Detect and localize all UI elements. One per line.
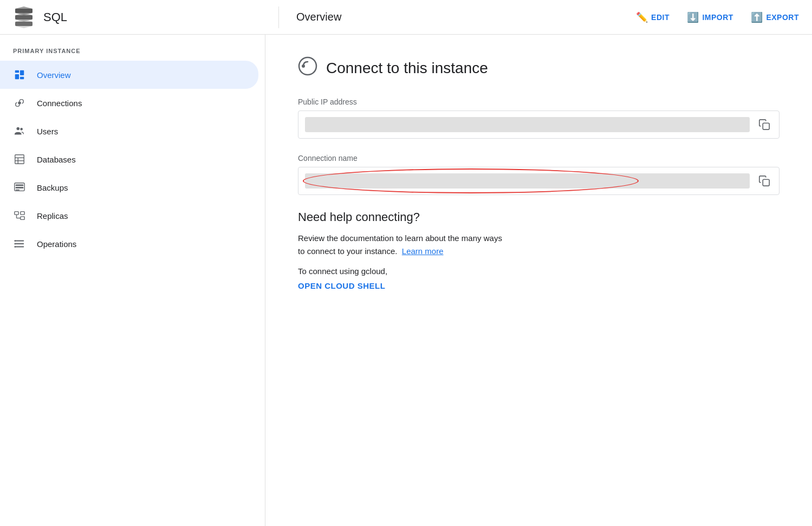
svg-rect-13 bbox=[15, 155, 24, 164]
import-icon: ⬇️ bbox=[687, 11, 699, 23]
operations-icon bbox=[13, 237, 26, 250]
header-actions: Overview ✏️ EDIT ⬇️ IMPORT ⬆️ EXPORT bbox=[296, 11, 799, 23]
main-layout: PRIMARY INSTANCE Overview Connections bbox=[0, 35, 812, 526]
sidebar-item-label-replicas: Replicas bbox=[37, 211, 68, 220]
connection-name-label: Connection name bbox=[298, 154, 779, 163]
svg-rect-6 bbox=[15, 70, 19, 73]
connection-name-field-row bbox=[298, 167, 779, 195]
edit-button[interactable]: ✏️ EDIT bbox=[636, 11, 670, 23]
public-ip-copy-button[interactable] bbox=[756, 116, 772, 133]
learn-more-link[interactable]: Learn more bbox=[402, 246, 444, 256]
svg-point-32 bbox=[299, 57, 316, 75]
connection-name-value bbox=[305, 173, 750, 189]
svg-rect-34 bbox=[763, 123, 769, 129]
backups-icon bbox=[13, 181, 26, 194]
export-button[interactable]: ⬆️ EXPORT bbox=[751, 11, 799, 23]
sidebar-item-label-operations: Operations bbox=[37, 239, 76, 249]
svg-rect-21 bbox=[15, 212, 18, 215]
connections-icon bbox=[13, 96, 26, 109]
svg-rect-18 bbox=[16, 185, 24, 186]
svg-rect-35 bbox=[763, 179, 769, 186]
sidebar-section-label: PRIMARY INSTANCE bbox=[0, 48, 265, 61]
sidebar: PRIMARY INSTANCE Overview Connections bbox=[0, 35, 265, 526]
public-ip-field-row bbox=[298, 111, 779, 139]
import-button[interactable]: ⬇️ IMPORT bbox=[687, 11, 733, 23]
sidebar-item-label-users: Users bbox=[37, 127, 58, 136]
sidebar-item-databases[interactable]: Databases bbox=[0, 145, 258, 173]
databases-icon bbox=[13, 153, 26, 166]
sidebar-item-users[interactable]: Users bbox=[0, 117, 258, 145]
sidebar-item-backups[interactable]: Backups bbox=[0, 173, 258, 202]
page-title: Overview bbox=[296, 11, 619, 23]
svg-rect-28 bbox=[15, 246, 24, 248]
connect-header: Connect to this instance bbox=[298, 56, 779, 80]
svg-point-31 bbox=[14, 246, 16, 248]
svg-rect-26 bbox=[15, 241, 24, 242]
svg-rect-20 bbox=[16, 190, 20, 191]
public-ip-label: Public IP address bbox=[298, 98, 779, 106]
help-text-line1: Review the documentation to learn about … bbox=[298, 233, 502, 243]
replicas-icon bbox=[13, 209, 26, 222]
sidebar-item-label-backups: Backups bbox=[37, 183, 68, 192]
svg-rect-22 bbox=[21, 212, 24, 215]
help-text-line2: to connect to your instance. bbox=[298, 246, 397, 256]
header-divider bbox=[278, 7, 279, 28]
overview-icon bbox=[13, 68, 26, 81]
edit-icon: ✏️ bbox=[636, 11, 648, 23]
content-area: Connect to this instance Public IP addre… bbox=[265, 35, 812, 526]
logo-area: SQL bbox=[13, 7, 278, 28]
sidebar-item-operations[interactable]: Operations bbox=[0, 230, 258, 258]
connection-name-field-group: Connection name bbox=[298, 154, 779, 195]
svg-rect-7 bbox=[15, 74, 19, 79]
svg-rect-23 bbox=[21, 217, 24, 220]
users-icon bbox=[13, 125, 26, 138]
sql-logo-icon bbox=[13, 7, 35, 28]
svg-point-29 bbox=[14, 240, 16, 242]
sidebar-item-connections[interactable]: Connections bbox=[0, 89, 258, 117]
sidebar-item-label-databases: Databases bbox=[37, 155, 76, 164]
svg-marker-5 bbox=[15, 20, 33, 28]
connection-name-copy-button[interactable] bbox=[756, 173, 772, 189]
top-header: SQL Overview ✏️ EDIT ⬇️ IMPORT ⬆️ EXPORT bbox=[0, 0, 812, 35]
export-icon: ⬆️ bbox=[751, 11, 763, 23]
svg-point-30 bbox=[14, 243, 16, 245]
app-title: SQL bbox=[43, 10, 67, 24]
sidebar-item-label-overview: Overview bbox=[37, 70, 71, 80]
svg-point-10 bbox=[18, 101, 21, 105]
help-text: Review the documentation to learn about … bbox=[298, 232, 779, 258]
svg-rect-19 bbox=[16, 187, 24, 189]
sidebar-item-label-connections: Connections bbox=[37, 99, 82, 108]
svg-rect-27 bbox=[15, 243, 24, 244]
svg-point-33 bbox=[302, 64, 305, 68]
open-cloud-shell-button[interactable]: OPEN CLOUD SHELL bbox=[298, 281, 385, 290]
connect-icon bbox=[298, 56, 317, 80]
help-title: Need help connecting? bbox=[298, 210, 779, 224]
sidebar-item-replicas[interactable]: Replicas bbox=[0, 202, 258, 230]
public-ip-value bbox=[305, 117, 750, 132]
svg-rect-8 bbox=[20, 70, 24, 75]
gcloud-text: To connect using gcloud, bbox=[298, 267, 779, 276]
svg-point-12 bbox=[20, 128, 23, 131]
sidebar-item-overview[interactable]: Overview bbox=[0, 61, 258, 89]
svg-rect-9 bbox=[20, 77, 24, 80]
public-ip-field-group: Public IP address bbox=[298, 98, 779, 139]
connect-title: Connect to this instance bbox=[326, 60, 488, 77]
svg-point-11 bbox=[17, 127, 20, 131]
help-section: Need help connecting? Review the documen… bbox=[298, 210, 779, 291]
